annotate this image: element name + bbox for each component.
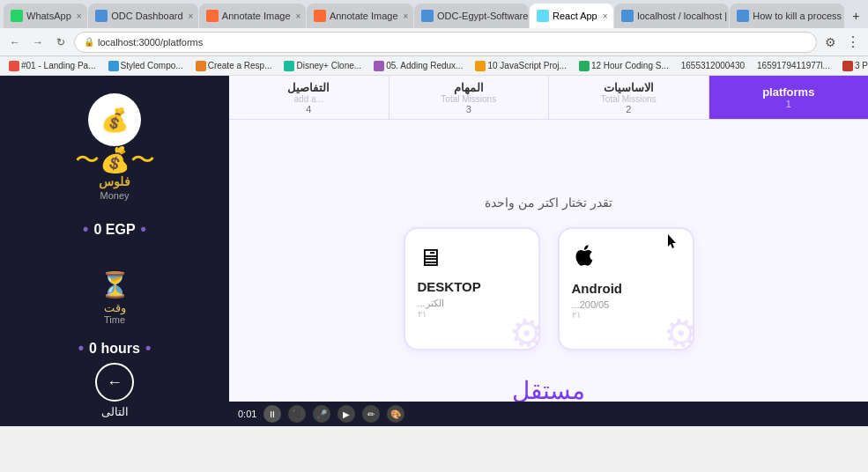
extensions-button[interactable]: ⚙ [820,33,840,52]
egp-value: 0 EGP [93,222,135,238]
cursor-tool-button[interactable]: ▶ [338,405,355,423]
tab-annotate2[interactable]: Annotate Image × [307,4,413,28]
bookmark-10[interactable]: 3 Project To Impr... [839,60,868,72]
refresh-button[interactable]: ↻ [51,33,70,52]
content-area: 💰 〜💰〜 فلوس Money • 0 EGP • ⏳ وقت Time • … [0,76,868,426]
time-arabic-label: وقت [104,301,126,314]
desktop-deco: ⚙ [505,308,539,350]
back-button[interactable]: ← [95,363,134,402]
bookmark-icon-3 [196,61,206,71]
howto-favicon [737,10,749,22]
tab-odc-dashboard[interactable]: ODC Dashboard × [88,4,198,28]
recording-time: 0:01 [238,409,256,419]
tab-localhost[interactable]: localhost / localhost | p... × [614,4,729,28]
bookmark-3[interactable]: Create a Resp... [192,60,276,72]
platform-cards: 🖥 DESKTOP الكتر... ۲۱ ⚙ Android 200 [404,227,694,350]
recording-bar: 0:01 ⏸ ⬛ 🎤 ▶ ✏ 🎨 [229,402,868,426]
odc-favicon [95,10,108,22]
bookmark-7[interactable]: 12 Hour Coding S... [575,60,672,72]
progress-tabs: التفاصيل add a... 4 المهام Total Mission… [229,76,868,120]
money-bag-icon: 💰 [100,107,129,134]
logo-sublabel: Money [100,190,129,201]
desktop-icon: 🖥 [418,243,442,272]
lock-icon: 🔒 [84,37,94,47]
tab-asasiyat-number: 2 [626,104,631,114]
desktop-arabic: الكتر... [418,298,444,309]
annotate2-favicon [314,10,326,22]
main-panel: التفاصيل add a... 4 المهام Total Mission… [229,76,868,426]
back-button-section: ← التالى [95,363,134,418]
annotate1-favicon [206,10,219,22]
bookmark-4[interactable]: Disney+ Clone... [280,60,365,72]
egp-dot-left: • [83,220,88,239]
android-deco: ⚙ [659,308,694,350]
localhost-favicon [621,10,634,22]
whatsapp-favicon [11,10,23,22]
android-arabic: 200/05... [572,299,610,310]
address-bar[interactable]: 🔒 localhost:3000/platforms [74,32,817,53]
hours-dot-left: • [78,339,84,358]
hours-dot-right: • [145,339,151,358]
back-label: التالى [101,405,129,418]
logo-circle: 💰 [88,93,141,146]
android-sub: ۲۱ [572,310,581,320]
egp-dot-right: • [141,220,146,239]
tab-tafaseel-subtitle: add a... [294,94,323,104]
nav-bar: ← → ↻ 🔒 localhost:3000/platforms ⚙ ⋮ [0,28,868,56]
tab-maham-number: 3 [466,104,471,114]
tab-howto[interactable]: How to kill a process o... × [730,4,844,28]
tab-annotate1[interactable]: Annotate Image × [199,4,306,28]
bookmark-icon-2 [108,61,119,71]
bookmark-1[interactable]: #01 - Landing Pa... [5,60,100,72]
egp-display: • 0 EGP • [83,220,146,239]
react-favicon [537,10,549,22]
menu-button[interactable]: ⋮ [843,33,863,52]
bookmark-9[interactable]: 1659179411977l... [753,60,834,71]
hours-display: • 0 hours • [78,339,151,358]
tab-asasiyat-title: الاساسيات [604,81,654,94]
tab-asasiyat[interactable]: الاساسيات Total Missions 2 [548,76,708,119]
tab-tafaseel-number: 4 [306,104,311,114]
tab-maham-title: المهام [454,81,484,94]
new-tab-button[interactable]: + [845,4,864,28]
back-nav-button[interactable]: ← [5,33,25,52]
bookmark-icon-1 [9,61,19,71]
time-section: ⏳ وقت Time [100,270,130,325]
tab-odc-egypt[interactable]: ODC-Egypt-Software-H... × [414,4,529,28]
tab-maham-subtitle: Total Missions [441,94,496,104]
tab-platforms-title: platforms [762,85,814,99]
bookmark-icon-10 [842,61,853,71]
desktop-sub: ۲۱ [418,309,427,319]
bookmark-2[interactable]: Styled Compo... [105,60,187,72]
pause-button[interactable]: ⏸ [263,405,281,423]
tab-whatsapp[interactable]: WhatsApp × [4,4,87,28]
logo-arabic-label: فلوس [99,174,130,188]
tab-asasiyat-subtitle: Total Missions [601,94,657,104]
bookmark-5[interactable]: 05. Adding Redux... [370,60,466,72]
odc-egypt-favicon [421,10,434,22]
forward-nav-button[interactable]: → [28,33,48,52]
pen-tool-button[interactable]: ✏ [362,405,380,423]
mic-button[interactable]: 🎤 [313,405,330,423]
tab-maham[interactable]: المهام Total Missions 3 [389,76,549,119]
platform-card-desktop[interactable]: 🖥 DESKTOP الكتر... ۲۱ ⚙ [404,227,540,350]
bookmark-6[interactable]: 10 JavaScript Proj... [471,60,569,72]
bookmark-icon-7 [579,61,590,71]
stop-button[interactable]: ⬛ [288,405,306,423]
bookmark-icon-5 [374,61,384,71]
bookmark-8[interactable]: 1655312000430 [678,60,748,71]
bookmark-icon-4 [284,61,294,71]
tab-react-app[interactable]: React App × [530,4,613,28]
bookmarks-bar: #01 - Landing Pa... Styled Compo... Crea… [0,56,868,76]
sidebar-logo: 💰 〜💰〜 فلوس Money [75,93,155,201]
logo-wings: 〜💰〜 [75,148,155,173]
browser-chrome: WhatsApp × ODC Dashboard × Annotate Imag… [0,0,868,76]
android-name: Android [572,281,623,296]
platform-card-android[interactable]: Android 200/05... ۲۱ ⚙ [558,227,694,350]
instruction-text: تقدر تختار اكتر من واحدة [485,195,612,210]
tab-tafaseel[interactable]: التفاصيل add a... 4 [229,76,389,119]
tab-platforms-number: 1 [786,99,791,109]
tab-platforms[interactable]: platforms 1 [708,76,869,119]
color-tool-button[interactable]: 🎨 [387,405,404,423]
tab-tafaseel-title: التفاصيل [287,81,330,94]
